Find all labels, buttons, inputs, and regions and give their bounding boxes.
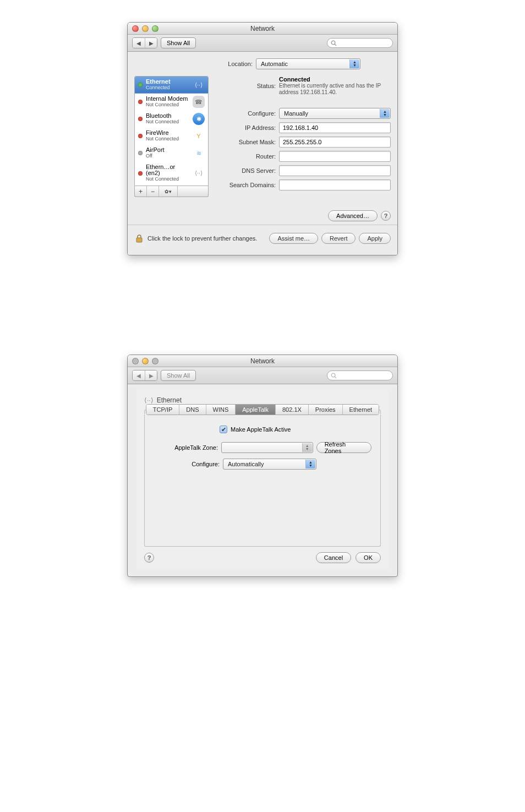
configure-value: Manually [284,110,308,117]
status-dot-icon [138,151,143,155]
window-title: Network [128,25,397,32]
status-dot-icon [138,171,143,176]
show-all-button[interactable]: Show All [161,37,196,48]
service-name: Ethern…or (en2) [146,164,189,176]
ip-label: IP Address: [215,124,276,131]
remove-service-button[interactable]: − [147,186,159,197]
appletalk-zone-label: AppleTalk Zone: [154,444,218,451]
cancel-button[interactable]: Cancel [316,552,351,563]
service-item-ethernet-en2[interactable]: Ethern…or (en2) Not Connected ⟨··⟩ [135,162,208,185]
tab-wins[interactable]: WINS [206,405,236,415]
tab-dns[interactable]: DNS [179,405,205,415]
advanced-sheet: ⟨··⟩ Ethernet TCP/IP DNS WINS AppleTalk … [136,390,389,570]
add-service-button[interactable]: + [135,186,147,197]
search-icon [331,40,337,46]
search-domains-input[interactable] [279,179,391,190]
service-sub: Not Connected [146,102,188,108]
back-button[interactable]: ◀ [133,38,145,48]
help-button[interactable]: ? [144,553,154,563]
apply-button[interactable]: Apply [359,233,391,244]
firewire-icon: Y [193,130,205,142]
search-domains-label: Search Domains: [215,182,276,188]
ok-button[interactable]: OK [356,552,381,563]
location-label: Location: [165,61,253,67]
tab-ethernet[interactable]: Ethernet [342,405,379,415]
assist-me-button[interactable]: Assist me… [269,233,318,244]
service-name: Ethernet [146,79,171,85]
service-sub: Not Connected [146,176,189,182]
back-button: ◀ [133,370,145,380]
refresh-zones-button[interactable]: Refresh Zones [316,442,371,453]
network-prefs-window-sheet: Network ◀ ▶ Show All [127,355,398,577]
service-sub: Not Connected [146,136,179,142]
services-list-footer: + − ✿▾ [134,186,209,197]
stepper-icon: ▲▼ [380,109,390,118]
service-sub: Not Connected [146,119,179,125]
tab-8021x[interactable]: 802.1X [275,405,308,415]
wifi-icon: ≋ [193,147,205,159]
sheet-interface-name: Ethernet [157,396,182,404]
location-select[interactable]: Automatic ▲▼ [256,58,360,69]
service-item-ethernet[interactable]: Ethernet Connected ⟨··⟩ [135,77,208,94]
search-field[interactable] [327,38,393,48]
services-list[interactable]: Ethernet Connected ⟨··⟩ Internal Modem N… [134,76,209,186]
forward-button[interactable]: ▶ [145,38,157,48]
dns-input[interactable] [279,165,391,176]
configure-label: Configure: [215,110,276,117]
titlebar[interactable]: Network [128,23,397,35]
tab-content-appletalk: ✔ Make AppleTalk Active AppleTalk Zone: … [144,415,381,547]
show-all-button: Show All [161,370,196,381]
ethernet-icon: ⟨··⟩ [193,167,205,179]
help-button[interactable]: ? [381,211,391,221]
subnet-label: Subnet Mask: [215,139,276,145]
service-sub: Connected [146,85,171,91]
forward-button: ▶ [145,370,157,380]
appletalk-zone-select[interactable]: ▲▼ [221,442,313,453]
status-dot-icon [138,100,143,104]
service-item-airport[interactable]: AirPort Off ≋ [135,145,208,162]
advanced-button[interactable]: Advanced… [328,210,378,221]
configure-select[interactable]: Manually ▲▼ [279,108,391,119]
ethernet-icon: ⟨··⟩ [193,79,205,91]
svg-point-3 [331,373,335,377]
dns-label: DNS Server: [215,167,276,174]
status-dot-icon [138,117,143,121]
revert-button[interactable]: Revert [321,233,356,244]
stepper-icon: ▲▼ [305,460,315,468]
lock-text: Click the lock to prevent further change… [147,235,257,242]
status-desc: Ethernet is currently active and has the… [279,83,389,96]
status-value: Connected [279,76,389,83]
bluetooth-icon: ✱ [193,113,205,125]
status-dot-icon [138,83,143,87]
stepper-icon: ▲▼ [302,443,312,452]
tab-tcpip[interactable]: TCP/IP [146,405,179,415]
ethernet-icon: ⟨··⟩ [144,396,154,404]
make-appletalk-active-checkbox[interactable]: ✔ [220,426,227,433]
svg-line-4 [335,377,336,378]
configure-select[interactable]: Automatically ▲▼ [223,459,316,470]
window-title: Network [128,357,397,365]
lock-icon[interactable] [134,233,144,243]
tab-appletalk[interactable]: AppleTalk [235,405,275,415]
configure-value: Automatically [228,461,264,467]
modem-icon: ☎ [193,96,205,108]
svg-line-1 [335,44,336,46]
tab-proxies[interactable]: Proxies [308,405,342,415]
service-item-firewire[interactable]: FireWire Not Connected Y [135,128,208,145]
location-value: Automatic [261,61,288,67]
svg-point-0 [331,41,335,45]
service-name: AirPort [146,147,165,153]
subnet-input[interactable]: 255.255.255.0 [279,137,391,148]
service-name: FireWire [146,130,179,136]
service-item-bluetooth[interactable]: Bluetooth Not Connected ✱ [135,111,208,128]
titlebar: Network [128,355,397,367]
status-label: Status: [215,83,276,89]
service-item-modem[interactable]: Internal Modem Not Connected ☎ [135,94,208,111]
ip-input[interactable]: 192.168.1.40 [279,122,391,133]
stepper-icon: ▲▼ [349,59,359,68]
tab-bar: TCP/IP DNS WINS AppleTalk 802.1X Proxies… [146,404,379,415]
actions-gear-button[interactable]: ✿▾ [159,186,178,197]
router-input[interactable] [279,151,391,162]
service-name: Internal Modem [146,96,188,102]
configure-label: Configure: [154,461,220,467]
